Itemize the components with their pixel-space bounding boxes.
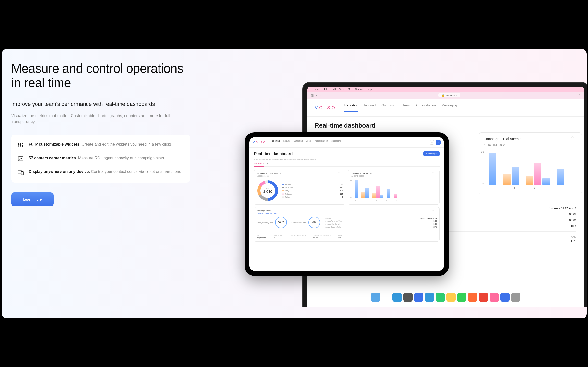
nav-tab-administration[interactable]: Administration	[315, 140, 328, 145]
nav-tab-inbound[interactable]: Inbound	[283, 140, 291, 145]
menubar-item[interactable]: Finder	[314, 88, 321, 91]
dock-app-icon[interactable]	[436, 293, 445, 302]
stats-list: Duration1 week / 14:17 Aug 24Average Wra…	[325, 217, 437, 228]
dock-app-icon[interactable]	[392, 293, 402, 302]
dial-attempts-widget: ⚙⋯ Campaign – Dial Attemts AU ICETDE 202…	[348, 170, 440, 205]
gauge: 00:26	[275, 217, 287, 228]
dock-app-icon[interactable]	[511, 293, 520, 302]
settings-icon[interactable]: ⚙	[432, 210, 434, 212]
dock-app-icon[interactable]	[457, 293, 466, 302]
more-icon[interactable]: ⋯	[341, 172, 343, 174]
dock-app-icon[interactable]	[403, 293, 413, 302]
dock-app-icon[interactable]	[371, 293, 380, 302]
page-title: Real-time dashboard	[315, 122, 576, 129]
feature-text: Fully customizable widgets. Create and e…	[29, 141, 172, 147]
widget-title: Campaign – Dial Attemts	[351, 172, 437, 174]
call-disposition-widget: ⚙⋯ Campaign – Call Disposition AU ICOSM …	[254, 170, 345, 205]
mac-menubar: Finder File Edit View Go Window Help	[307, 87, 584, 92]
more-icon[interactable]: ⋯	[435, 210, 437, 212]
back-icon[interactable]: ‹	[316, 93, 317, 97]
widget-subtitle: AU ICOSM 2022	[257, 175, 343, 177]
sub-tab-interactions[interactable]: Interactions	[254, 162, 264, 167]
x-axis: 0 1 2 0 3	[351, 200, 437, 201]
legend-row: Answered525	[282, 184, 343, 185]
gauge: 0%	[308, 217, 320, 228]
dock-app-icon[interactable]	[468, 293, 477, 302]
dock-app-icon[interactable]	[479, 293, 488, 302]
menubar-item[interactable]: Edit	[331, 88, 336, 91]
gauge-label: Average Waiting Time	[257, 222, 273, 223]
devices-icon	[17, 169, 24, 176]
dock-app-icon[interactable]	[500, 293, 510, 302]
share-icon[interactable]: ⇪	[578, 94, 580, 97]
dock-app-icon[interactable]	[490, 293, 499, 302]
widget-subtitle: user test 1 Clone 8 – 100%	[257, 212, 437, 214]
sidebar-toggle-icon[interactable]: ▥	[311, 94, 314, 97]
settings-icon[interactable]: ⚙	[432, 172, 434, 174]
nav-tab-inbound[interactable]: Inbound	[364, 103, 376, 112]
menubar-item[interactable]: Go	[348, 88, 351, 91]
stats-icon	[17, 156, 24, 162]
legend-row: Busy181	[282, 190, 343, 192]
feature-item: 57 contact center metrics. Measure ROI, …	[17, 155, 184, 162]
settings-icon[interactable]: ⚙	[338, 172, 340, 174]
menubar-item[interactable]: View	[339, 88, 345, 91]
nav-tab-users[interactable]: Users	[306, 140, 311, 145]
lock-icon: 🔒	[442, 94, 445, 97]
nav-tab-outbound[interactable]: Outbound	[294, 140, 303, 145]
widget-subtitle: AU ICETDE 2022	[351, 175, 437, 177]
widget-title: Campaign – Call Disposition	[257, 172, 343, 174]
donut-chart: Total 1 040	[257, 179, 279, 202]
more-icon[interactable]: ⋯	[576, 135, 579, 139]
nav-tab-messaging[interactable]: Messaging	[331, 140, 341, 145]
tablet-header: VOISO Reporting Inbound Outbound Users A…	[249, 137, 444, 148]
hero-heading: Measure and control operations in real t…	[11, 61, 190, 90]
dock-app-icon[interactable]	[446, 293, 456, 302]
y-axis: 20 10	[481, 151, 484, 185]
gauge-label: Abandonment Ratio	[291, 222, 306, 223]
nav-tab-users[interactable]: Users	[401, 103, 410, 112]
tablet-device: VOISO Reporting Inbound Outbound Users A…	[245, 132, 449, 276]
bar-chart: 2010	[351, 179, 437, 198]
menubar-item[interactable]: Window	[355, 88, 364, 91]
feature-item: Display anywhere on any device. Control …	[17, 169, 184, 176]
learn-more-button[interactable]: Learn more	[11, 192, 54, 206]
campaign-footer: DIALER TYPEProgressiveDIAL LEVEL4AGENTS …	[257, 232, 437, 239]
add-tab-button[interactable]: +	[267, 162, 268, 165]
hero-description: Visualize the metrics that matter. Custo…	[11, 113, 190, 125]
avatar[interactable]: SI	[436, 140, 441, 145]
dock-app-icon[interactable]	[425, 293, 434, 302]
safari-toolbar: ▥ ‹ › 🔒voiso.com ⇪	[307, 92, 584, 99]
features-card: Fully customizable widgets. Create and e…	[11, 135, 190, 183]
settings-icon[interactable]: ⚙	[571, 135, 574, 139]
sliders-icon	[17, 142, 24, 148]
legend-row: Failed0	[282, 196, 343, 198]
nav-tab-administration[interactable]: Administration	[416, 103, 436, 112]
add-widget-button[interactable]: + Add widget	[423, 151, 440, 156]
more-icon[interactable]: ⋯	[435, 172, 437, 174]
tablet-nav: Reporting Inbound Outbound Users Adminis…	[271, 140, 341, 145]
notifications-icon[interactable]: △	[430, 140, 434, 145]
legend-row: No Answer170	[282, 187, 343, 188]
svg-point-4	[20, 146, 21, 147]
menubar-item[interactable]: Help	[367, 88, 372, 91]
dial-attempts-widget: ⚙ ⋯ Campaign – Dial Attemts AU ICETDE 20…	[479, 132, 582, 194]
x-axis: 0 1 2 0	[484, 187, 577, 190]
nav-tab-reporting[interactable]: Reporting	[271, 140, 280, 145]
widget-subtitle: AU ICETDE 2022	[484, 143, 577, 146]
url-bar[interactable]: 🔒voiso.com	[438, 93, 460, 97]
svg-rect-8	[21, 172, 23, 175]
logo: VOISO	[253, 141, 266, 144]
logo: VOISO	[315, 105, 337, 110]
dock-app-icon[interactable]	[382, 293, 391, 302]
widget-title: Campaign Status	[257, 210, 437, 212]
mac-dock	[368, 291, 523, 304]
dock-app-icon[interactable]	[414, 293, 423, 302]
menubar-item[interactable]: File	[324, 88, 328, 91]
nav-tab-outbound[interactable]: Outbound	[381, 103, 395, 112]
forward-icon[interactable]: ›	[319, 93, 320, 97]
donut-legend: Answered525No Answer170Busy181Rejected11…	[282, 184, 343, 198]
svg-point-3	[18, 144, 19, 145]
nav-tab-messaging[interactable]: Messaging	[442, 103, 457, 112]
nav-tab-reporting[interactable]: Reporting	[344, 103, 358, 112]
